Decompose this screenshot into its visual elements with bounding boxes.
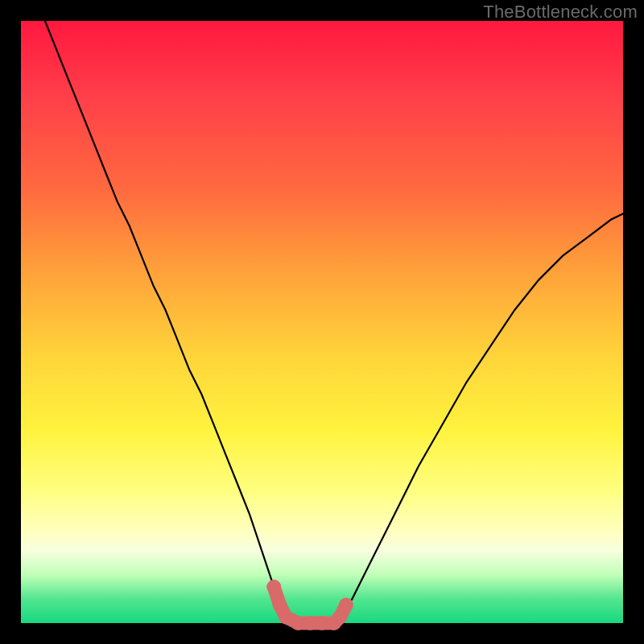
plot-area (21, 21, 623, 623)
marker-dot (266, 580, 281, 594)
marker-dot (339, 598, 353, 613)
chart-frame: TheBottleneck.com (0, 0, 644, 644)
curve-line (45, 21, 623, 623)
chart-svg (21, 21, 623, 623)
marker-cluster-group (266, 580, 353, 630)
curve-line-group (45, 21, 623, 623)
watermark-text: TheBottleneck.com (483, 2, 638, 23)
